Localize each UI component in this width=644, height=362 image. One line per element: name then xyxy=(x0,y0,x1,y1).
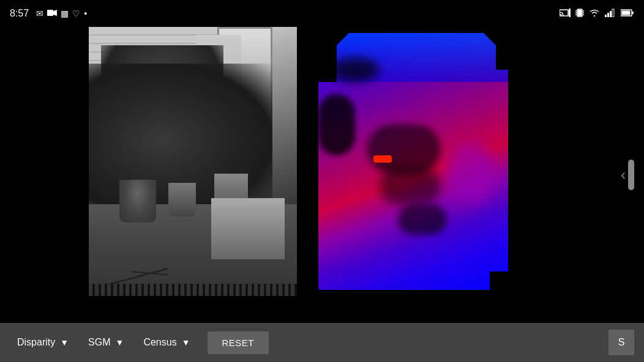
svg-rect-15 xyxy=(612,9,614,17)
disparity-label: Disparity xyxy=(17,337,55,348)
left-photo xyxy=(89,27,297,296)
status-time: 8:57 xyxy=(10,8,29,19)
svg-rect-13 xyxy=(607,13,609,17)
sgm-dropdown[interactable]: SGM ▼ xyxy=(81,332,131,353)
black-patch-2 xyxy=(496,33,508,70)
census-arrow: ▼ xyxy=(182,338,190,347)
vibrate-icon xyxy=(575,8,584,20)
svg-rect-18 xyxy=(632,12,634,14)
svg-rect-17 xyxy=(622,11,631,15)
s-button[interactable]: S xyxy=(608,330,634,355)
sgm-label: SGM xyxy=(88,337,110,348)
disparity-arrow: ▼ xyxy=(60,338,69,347)
bottom-stripes xyxy=(89,284,297,296)
black-patch-4 xyxy=(318,94,355,155)
black-patch-5 xyxy=(367,125,441,174)
census-dropdown[interactable]: Census ▼ xyxy=(136,332,197,353)
bottom-black-right xyxy=(490,272,508,290)
svg-rect-12 xyxy=(605,15,607,17)
bottom-toolbar: Disparity ▼ SGM ▼ Census ▼ RESET S xyxy=(0,323,644,362)
battery-icon xyxy=(621,9,634,18)
pot-2 xyxy=(168,183,196,216)
red-dot xyxy=(373,155,392,163)
sgm-arrow: ▼ xyxy=(116,338,124,347)
black-patch-6 xyxy=(380,168,441,204)
video-icon xyxy=(47,9,57,18)
status-bar: 8:57 ✉ ▦ ♡ • xyxy=(0,0,644,27)
steps xyxy=(211,198,285,259)
chevron-right-icon[interactable]: ‹ xyxy=(621,166,626,183)
svg-rect-0 xyxy=(47,10,53,16)
gmail-icon: ✉ xyxy=(36,9,43,18)
right-image-container xyxy=(306,33,514,296)
status-right-group xyxy=(560,8,634,20)
heart-icon: ♡ xyxy=(72,9,80,18)
left-image-container xyxy=(89,27,297,296)
disparity-map xyxy=(306,33,514,296)
black-patch-7 xyxy=(398,204,447,235)
calendar-icon: ▦ xyxy=(61,9,69,18)
signal-icon xyxy=(605,9,616,19)
disparity-dropdown[interactable]: Disparity ▼ xyxy=(10,332,76,353)
black-patch-3 xyxy=(331,57,380,82)
scroll-handle[interactable] xyxy=(628,160,634,190)
cast-icon xyxy=(560,9,571,19)
dot-icon: • xyxy=(84,9,87,18)
census-label: Census xyxy=(143,337,176,348)
reset-button[interactable]: RESET xyxy=(208,331,269,354)
svg-rect-14 xyxy=(610,11,612,17)
svg-marker-1 xyxy=(53,10,57,16)
purple-blob xyxy=(447,143,496,204)
svg-rect-3 xyxy=(569,9,571,17)
wifi-icon xyxy=(589,9,600,19)
main-content: ‹ xyxy=(0,27,644,323)
crack xyxy=(108,268,167,286)
disparity-gradient xyxy=(318,33,508,290)
svg-rect-5 xyxy=(578,10,582,16)
pot-1 xyxy=(119,180,156,223)
